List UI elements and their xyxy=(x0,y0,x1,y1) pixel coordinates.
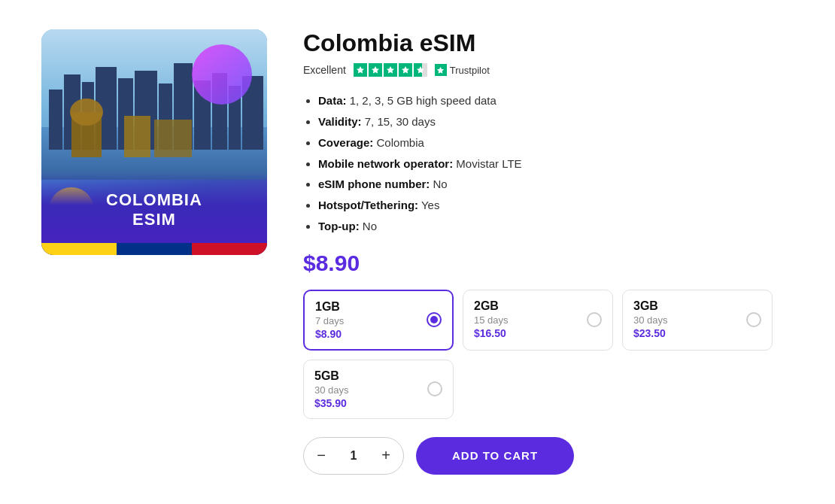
quantity-increase-button[interactable]: + xyxy=(369,438,403,474)
option-days: 15 days xyxy=(474,314,602,326)
options-grid-row2: 5GB 30 days $35.90 xyxy=(303,360,794,419)
option-days: 30 days xyxy=(633,314,761,326)
product-title: Colombia eSIM xyxy=(303,29,794,57)
flag-bar xyxy=(41,243,267,255)
option-gb: 1GB xyxy=(315,300,442,314)
star-3 xyxy=(384,63,397,77)
options-grid-row1: 1GB 7 days $8.90 2GB 15 days $16.50 3GB … xyxy=(303,290,794,351)
option-card-1gb[interactable]: 1GB 7 days $8.90 xyxy=(303,290,454,351)
stars xyxy=(354,63,427,77)
svg-rect-2 xyxy=(49,90,62,150)
option-days: 30 days xyxy=(314,384,442,396)
svg-rect-16 xyxy=(124,116,150,157)
image-label-line2: ESIM xyxy=(132,210,176,229)
option-days: 7 days xyxy=(315,315,442,326)
quantity-control: − 1 + xyxy=(303,437,404,475)
add-to-cart-button[interactable]: ADD TO CART xyxy=(416,437,574,475)
option-card-5gb[interactable]: 5GB 30 days $35.90 xyxy=(303,360,454,419)
option-radio xyxy=(427,312,442,327)
product-image: COLOMBIA ESIM xyxy=(41,29,267,255)
option-price: $35.90 xyxy=(314,397,442,409)
svg-point-15 xyxy=(70,99,103,126)
option-radio xyxy=(587,312,602,327)
spec-item: Mobile network operator: Movistar LTE xyxy=(318,153,794,175)
spec-item: Coverage: Colombia xyxy=(318,132,794,153)
product-details: Colombia eSIM Excellent xyxy=(303,29,794,474)
decorative-circle xyxy=(192,44,252,105)
option-price: $23.50 xyxy=(633,327,761,339)
option-gb: 2GB xyxy=(474,299,602,313)
spec-item: Hotspot/Tethering: Yes xyxy=(318,195,794,216)
flag-blue xyxy=(117,243,192,255)
option-radio xyxy=(427,381,442,396)
option-price: $8.90 xyxy=(315,328,442,340)
flag-red xyxy=(192,243,267,255)
option-radio xyxy=(746,312,761,327)
spec-item: Top-up: No xyxy=(318,216,794,237)
trustpilot-logo: Trustpilot xyxy=(435,64,490,76)
option-price: $16.50 xyxy=(474,327,602,339)
option-gb: 5GB xyxy=(314,369,442,383)
option-card-2gb[interactable]: 2GB 15 days $16.50 xyxy=(463,290,613,351)
flag-yellow xyxy=(41,243,117,255)
star-2 xyxy=(369,63,382,77)
spec-item: Validity: 7, 15, 30 days xyxy=(318,111,794,132)
image-label-line1: COLOMBIA xyxy=(106,190,202,210)
price-main: $8.90 xyxy=(303,250,794,276)
rating-label: Excellent xyxy=(303,64,346,76)
star-5-half xyxy=(414,63,427,77)
option-gb: 3GB xyxy=(633,299,761,313)
option-card-3gb[interactable]: 3GB 30 days $23.50 xyxy=(622,290,773,351)
quantity-value: 1 xyxy=(339,449,369,463)
svg-rect-17 xyxy=(154,120,192,157)
star-1 xyxy=(354,63,367,77)
spec-item: eSIM phone number: No xyxy=(318,174,794,195)
product-container: COLOMBIA ESIM Colombia eSIM Excellent xyxy=(19,7,816,496)
quantity-add-row: − 1 + ADD TO CART xyxy=(303,437,794,475)
specs-list: Data: 1, 2, 3, 5 GB high speed dataValid… xyxy=(303,90,794,236)
rating-row: Excellent xyxy=(303,63,794,77)
trustpilot-label: Trustpilot xyxy=(450,65,490,76)
quantity-decrease-button[interactable]: − xyxy=(304,438,339,474)
trustpilot-icon xyxy=(435,64,447,76)
star-4 xyxy=(399,63,412,77)
spec-item: Data: 1, 2, 3, 5 GB high speed data xyxy=(318,90,794,111)
